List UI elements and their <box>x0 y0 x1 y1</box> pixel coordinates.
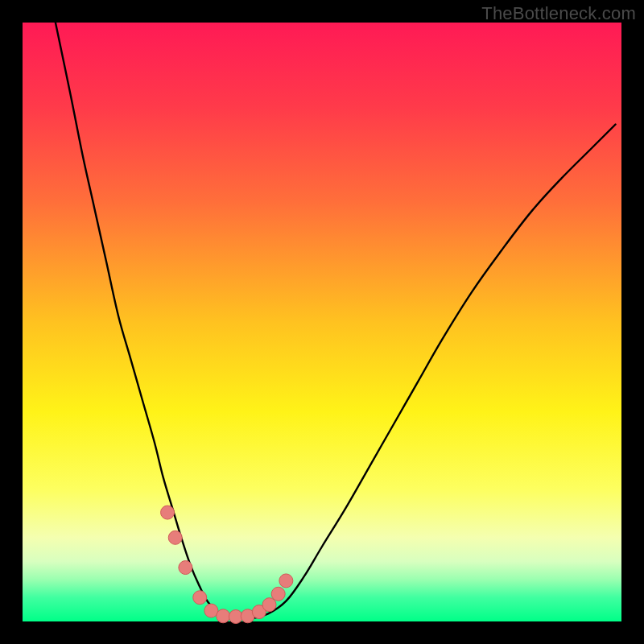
marker-point <box>179 561 192 575</box>
marker-group <box>161 506 293 623</box>
marker-point <box>262 598 276 612</box>
plot-area <box>23 23 621 621</box>
marker-point <box>168 530 182 544</box>
marker-point <box>279 574 293 588</box>
marker-point <box>161 506 175 519</box>
marker-point <box>217 609 230 623</box>
marker-point <box>271 587 285 601</box>
curve-svg <box>23 23 621 621</box>
watermark-text: TheBottleneck.com <box>481 3 636 24</box>
bottleneck-curve <box>56 23 616 619</box>
chart-frame: TheBottleneck.com <box>0 0 644 644</box>
marker-point <box>193 591 207 605</box>
